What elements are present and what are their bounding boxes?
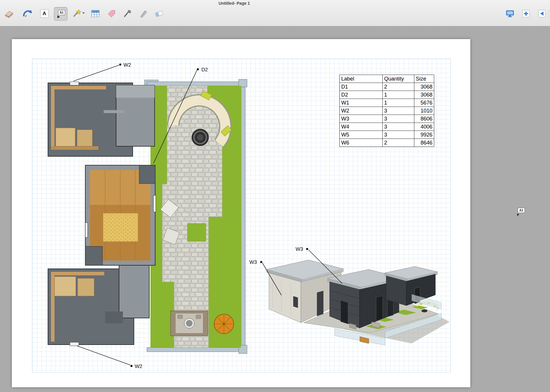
cell[interactable]: 8606 <box>414 115 434 123</box>
cell[interactable]: 3068 <box>414 91 434 99</box>
cursor-arrow-icon <box>516 213 519 217</box>
cell[interactable]: 2 <box>383 83 414 91</box>
style-tool-button[interactable] <box>70 7 83 20</box>
cell[interactable]: W3 <box>340 115 383 123</box>
cell[interactable]: 3068 <box>414 83 434 91</box>
label-tool-cursor: A1 <box>515 208 527 220</box>
col-header-quantity[interactable]: Quantity <box>383 75 414 83</box>
cell[interactable]: W4 <box>340 123 383 131</box>
add-page-button[interactable] <box>519 7 533 20</box>
cell[interactable]: 1010 <box>414 107 434 115</box>
cabin-bottom-left <box>48 265 149 346</box>
page-canvas[interactable]: W2 D2 W2 <box>12 39 470 387</box>
fire-pit <box>192 129 209 146</box>
cell[interactable]: 9926 <box>414 131 434 139</box>
cell[interactable]: D2 <box>340 91 383 99</box>
eraser-icon <box>3 8 15 19</box>
grill-station <box>171 311 208 336</box>
table-row: W3 3 8606 <box>340 115 434 123</box>
cell[interactable]: 5676 <box>414 99 434 107</box>
cell[interactable]: W5 <box>340 131 383 139</box>
cell[interactable]: W2 <box>340 107 383 115</box>
label-tool-button[interactable]: A1 <box>54 7 68 21</box>
leader-dot <box>260 261 262 263</box>
cell[interactable]: 2 <box>383 139 414 147</box>
cell[interactable]: 4006 <box>414 123 434 131</box>
eyedropper-icon <box>122 8 133 19</box>
grass-square <box>187 223 206 242</box>
table-row: D2 1 3068 <box>340 91 434 99</box>
orbit-icon <box>21 8 32 19</box>
table-row: D1 2 3068 <box>340 83 434 91</box>
label-d2[interactable]: D2 <box>201 67 208 73</box>
workspace: W2 D2 W2 <box>0 26 550 392</box>
label-icon: A1 <box>56 9 65 18</box>
cabin-top-left <box>48 82 155 156</box>
cabin-middle <box>85 165 156 265</box>
wipe-tool-button[interactable] <box>153 7 166 20</box>
table-row: W4 3 4006 <box>340 123 434 131</box>
white-eraser-icon <box>154 8 165 19</box>
table-icon <box>90 8 101 19</box>
pen-icon <box>138 8 149 19</box>
chevron-down-icon[interactable] <box>82 12 85 14</box>
cell[interactable]: 1 <box>383 91 414 99</box>
layout-app-window: { "window": { "title": "Untitled- Page 1… <box>0 0 550 392</box>
table-header-row: Label Quantity Size <box>340 75 434 83</box>
cell[interactable]: 3 <box>383 107 414 115</box>
leader-dot <box>131 365 133 367</box>
iso-view[interactable]: W3 W3 <box>246 234 450 362</box>
cursor-a1-icon: A1 <box>518 208 525 213</box>
col-header-size[interactable]: Size <box>414 75 434 83</box>
col-header-label[interactable]: Label <box>340 75 383 83</box>
text-tool-button[interactable]: A <box>38 7 51 20</box>
cell[interactable]: 3 <box>383 131 414 139</box>
schedule-table[interactable]: Label Quantity Size D1 2 3068 D2 1 3068 … <box>339 75 434 147</box>
label-w3-right[interactable]: W3 <box>296 246 303 252</box>
round-table <box>214 314 234 334</box>
monitor-icon <box>504 8 516 19</box>
floor-plan-view[interactable]: W2 D2 W2 <box>41 57 255 377</box>
add-page-icon <box>520 8 532 19</box>
text-icon: A <box>40 9 49 18</box>
style-wand-icon <box>71 8 82 19</box>
cell[interactable]: 3 <box>383 115 414 123</box>
tag-icon <box>106 8 117 19</box>
eraser-tool-button[interactable] <box>2 7 15 20</box>
table-row: W2 3 1010 <box>340 107 434 115</box>
cell[interactable]: W6 <box>340 139 383 147</box>
cell[interactable]: W1 <box>340 99 383 107</box>
orbit-tool-button[interactable] <box>20 7 33 20</box>
pen-tool-button[interactable] <box>137 7 150 20</box>
label-w3-left[interactable]: W3 <box>249 259 257 265</box>
cell[interactable]: 8646 <box>414 139 434 147</box>
arrow-right-icon <box>547 8 550 19</box>
leader-dot <box>119 64 121 66</box>
table-row: W5 3 9926 <box>340 131 434 139</box>
eyedropper-tool-button[interactable] <box>121 7 134 20</box>
toolbar: Untitled- Page 1 A A1 <box>0 0 550 26</box>
cell[interactable]: D1 <box>340 83 383 91</box>
table-tool-button[interactable] <box>89 7 102 20</box>
present-button[interactable] <box>504 7 517 20</box>
table-row: W6 2 8646 <box>340 139 434 147</box>
cell[interactable]: 3 <box>383 123 414 131</box>
label-w2-top[interactable]: W2 <box>124 62 131 68</box>
leader-dot <box>197 68 199 70</box>
window-title: Untitled- Page 1 <box>219 1 250 6</box>
cell[interactable]: 1 <box>383 99 414 107</box>
table-row: W1 1 5676 <box>340 99 434 107</box>
leader-dot <box>306 248 308 250</box>
tag-tool-button[interactable] <box>105 7 118 20</box>
next-page-button[interactable] <box>546 7 550 20</box>
label-w2-bottom[interactable]: W2 <box>135 364 142 369</box>
